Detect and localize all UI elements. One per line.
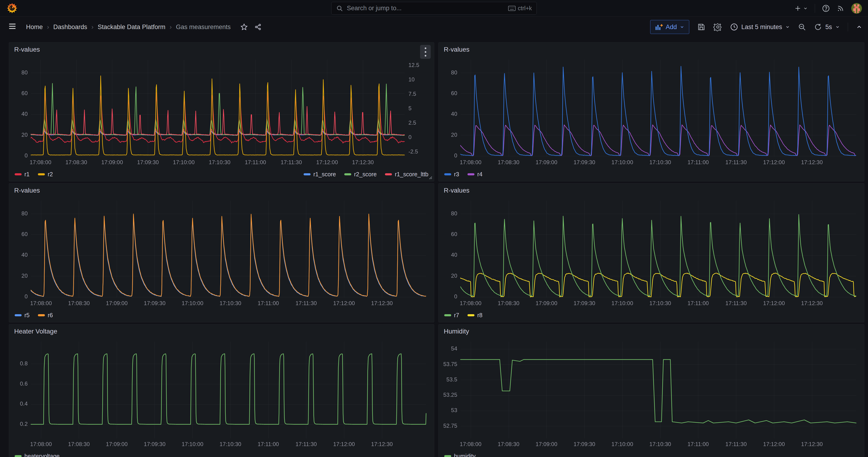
breadcrumb-home[interactable]: Home — [26, 24, 43, 31]
legend-item-r7[interactable]: r7 — [444, 312, 459, 318]
legend-color-pill — [444, 455, 451, 457]
resize-handle[interactable] — [428, 176, 432, 179]
save-icon[interactable] — [697, 23, 706, 31]
panel-legend: r1r2r1_scorer2_scorer1_score_lttb — [14, 169, 428, 179]
time-range-picker[interactable]: Last 5 minutes — [730, 23, 790, 31]
panel-r-values-3: R-values r5r6 — [9, 183, 434, 322]
panel-legend: r7r8 — [444, 310, 859, 320]
legend-label: r7 — [454, 312, 459, 318]
panel-title[interactable]: R-values — [14, 46, 40, 53]
panel-legend: humidity — [444, 451, 859, 457]
panel-title[interactable]: Heater Voltage — [14, 328, 57, 335]
legend-item-r2_score[interactable]: r2_score — [344, 171, 377, 178]
legend-item-r3[interactable]: r3 — [444, 171, 459, 178]
panel-legend: r3r4 — [444, 169, 859, 179]
legend-label: r3 — [454, 171, 459, 178]
legend-item-humidity[interactable]: humidity — [444, 453, 475, 457]
legend-color-pill — [444, 314, 451, 316]
clock-icon — [730, 23, 738, 31]
legend-label: r1_score_lttb — [395, 171, 428, 178]
legend-item-r1[interactable]: r1 — [14, 171, 30, 178]
collapse-chevron-up-icon[interactable] — [856, 24, 862, 30]
chart-canvas[interactable] — [440, 56, 862, 167]
legend-item-r8[interactable]: r8 — [467, 312, 482, 318]
help-icon[interactable] — [822, 4, 830, 12]
legend-label: r4 — [477, 171, 482, 178]
legend-label: r5 — [24, 312, 30, 318]
divider — [815, 4, 815, 13]
legend-item-r5[interactable]: r5 — [14, 312, 30, 318]
legend-color-pill — [385, 173, 392, 175]
legend-label: heatervoltage — [24, 453, 60, 457]
breadcrumb-dashboards[interactable]: Dashboards — [53, 24, 87, 31]
star-icon[interactable] — [240, 23, 248, 31]
avatar[interactable] — [851, 3, 862, 14]
legend-item-r6[interactable]: r6 — [38, 312, 53, 318]
grafana-logo[interactable] — [7, 3, 17, 14]
panel-title[interactable]: Humidity — [444, 328, 469, 335]
panel-legend: r5r6 — [14, 310, 428, 320]
search-input[interactable] — [347, 5, 504, 12]
legend-item-r4[interactable]: r4 — [467, 171, 482, 178]
legend-item-heatervoltage[interactable]: heatervoltage — [14, 453, 60, 457]
legend-label: humidity — [454, 453, 475, 457]
legend-color-pill — [467, 173, 474, 175]
chart-canvas[interactable] — [440, 338, 862, 449]
legend-color-pill — [38, 173, 45, 175]
breadcrumb-separator: › — [91, 23, 93, 31]
legend-color-pill — [14, 173, 22, 175]
legend-color-pill — [467, 314, 474, 316]
add-button[interactable]: Add — [650, 20, 689, 34]
refresh-picker[interactable]: 5s — [814, 23, 840, 31]
settings-gear-icon[interactable] — [713, 23, 722, 31]
legend-color-pill — [38, 314, 45, 316]
share-icon[interactable] — [254, 23, 262, 31]
legend-color-pill — [14, 314, 22, 316]
zoom-out-icon[interactable] — [798, 23, 806, 31]
new-menu-button[interactable] — [794, 5, 808, 12]
legend-color-pill — [344, 173, 351, 175]
panel-r-values-2: R-values r3r4 — [438, 42, 864, 181]
panel-legend: heatervoltage — [14, 451, 428, 457]
search-shortcut: ctrl+k — [508, 5, 532, 12]
dashboard-toolbar: Home › Dashboards › Stackable Data Platf… — [0, 17, 868, 37]
refresh-icon — [814, 23, 822, 31]
chevron-down-icon — [785, 25, 790, 29]
breadcrumb-folder[interactable]: Stackable Data Platform — [98, 24, 165, 31]
legend-color-pill — [444, 173, 451, 175]
legend-label: r2_score — [354, 171, 377, 178]
chart-canvas[interactable] — [11, 56, 432, 167]
chart-canvas[interactable] — [11, 197, 432, 308]
divider — [848, 23, 848, 31]
global-search[interactable]: ctrl+k — [331, 2, 537, 14]
top-nav-bar: ctrl+k — [0, 0, 868, 17]
chart-canvas[interactable] — [440, 197, 862, 308]
breadcrumb-separator: › — [47, 23, 49, 31]
keyboard-icon — [508, 6, 516, 11]
legend-label: r1 — [24, 171, 30, 178]
panel-title[interactable]: R-values — [444, 187, 469, 194]
legend-label: r6 — [48, 312, 53, 318]
bar-chart-plus-icon — [655, 24, 663, 30]
legend-label: r1_score — [313, 171, 336, 178]
panel-humidity: Humidity humidity — [438, 324, 864, 457]
panel-r-values-1: R-values r1r2r1_scorer2_scorer1_score_lt… — [9, 42, 434, 181]
legend-label: r2 — [48, 171, 53, 178]
legend-item-r2[interactable]: r2 — [38, 171, 53, 178]
legend-item-r1_score_lttb[interactable]: r1_score_lttb — [385, 171, 428, 178]
legend-item-r1_score[interactable]: r1_score — [304, 171, 336, 178]
menu-icon[interactable] — [8, 23, 16, 30]
breadcrumb-separator: › — [169, 23, 172, 31]
panel-r-values-4: R-values r7r8 — [438, 183, 864, 322]
legend-label: r8 — [477, 312, 482, 318]
news-rss-icon[interactable] — [837, 5, 844, 12]
chevron-down-icon — [803, 6, 808, 11]
legend-color-pill — [304, 173, 311, 175]
panel-heater-voltage: Heater Voltage heatervoltage — [9, 324, 434, 457]
chart-canvas[interactable] — [11, 338, 432, 449]
chevron-down-icon — [835, 25, 840, 29]
breadcrumb: Home › Dashboards › Stackable Data Platf… — [26, 17, 262, 37]
panel-title[interactable]: R-values — [444, 46, 469, 53]
chevron-down-icon — [680, 25, 684, 29]
panel-title[interactable]: R-values — [14, 187, 40, 194]
